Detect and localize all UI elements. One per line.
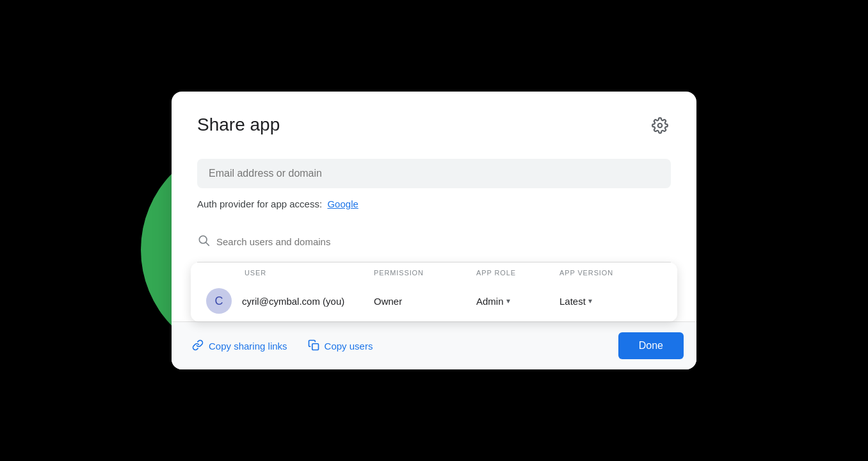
- gear-icon: [652, 117, 668, 136]
- footer-area: Copy sharing links Copy users Done: [172, 321, 696, 369]
- link-icon: [192, 339, 204, 353]
- users-table: USER PERMISSION APP ROLE APP VERSION C c…: [191, 263, 677, 321]
- search-icon: [197, 234, 210, 249]
- dialog-title: Share app: [197, 115, 280, 135]
- auth-provider-label: Auth provider for app access:: [197, 198, 322, 209]
- share-app-dialog: Share app Auth provider for app access: …: [172, 92, 696, 369]
- svg-line-2: [206, 243, 209, 246]
- email-input-wrapper: [197, 159, 671, 188]
- copy-users-button[interactable]: Copy users: [300, 334, 381, 358]
- search-input[interactable]: [216, 236, 671, 247]
- search-row: [197, 227, 671, 263]
- copy-icon: [308, 339, 319, 353]
- table-row: C cyril@cymbal.com (you) Owner Admin ▾ L…: [206, 280, 662, 321]
- user-email: cyril@cymbal.com (you): [242, 296, 344, 307]
- version-dropdown-arrow: ▾: [588, 296, 592, 305]
- settings-button[interactable]: [649, 115, 671, 138]
- col-user: USER: [245, 269, 374, 277]
- permission-cell: Owner: [374, 296, 476, 307]
- email-input[interactable]: [209, 168, 659, 179]
- footer-actions: Copy sharing links Copy users: [184, 334, 380, 358]
- auth-provider-link[interactable]: Google: [327, 198, 358, 209]
- table-header: USER PERMISSION APP ROLE APP VERSION: [206, 263, 662, 280]
- svg-rect-3: [312, 343, 318, 350]
- col-app-version: APP VERSION: [559, 269, 662, 277]
- role-dropdown[interactable]: Admin ▾: [476, 296, 559, 307]
- copy-sharing-links-label: Copy sharing links: [209, 341, 287, 352]
- version-dropdown[interactable]: Latest ▾: [559, 296, 662, 307]
- main-card: Share app Auth provider for app access: …: [172, 92, 696, 369]
- card-header: Share app: [197, 115, 671, 138]
- col-permission: PERMISSION: [374, 269, 476, 277]
- user-cell: C cyril@cymbal.com (you): [206, 288, 374, 314]
- copy-users-label: Copy users: [325, 341, 373, 352]
- auth-provider-row: Auth provider for app access: Google: [197, 198, 671, 209]
- copy-sharing-links-button[interactable]: Copy sharing links: [184, 334, 295, 358]
- col-app-role: APP ROLE: [476, 269, 559, 277]
- done-button[interactable]: Done: [618, 332, 684, 359]
- svg-point-0: [658, 124, 663, 128]
- role-dropdown-arrow: ▾: [506, 296, 510, 305]
- avatar: C: [206, 288, 232, 314]
